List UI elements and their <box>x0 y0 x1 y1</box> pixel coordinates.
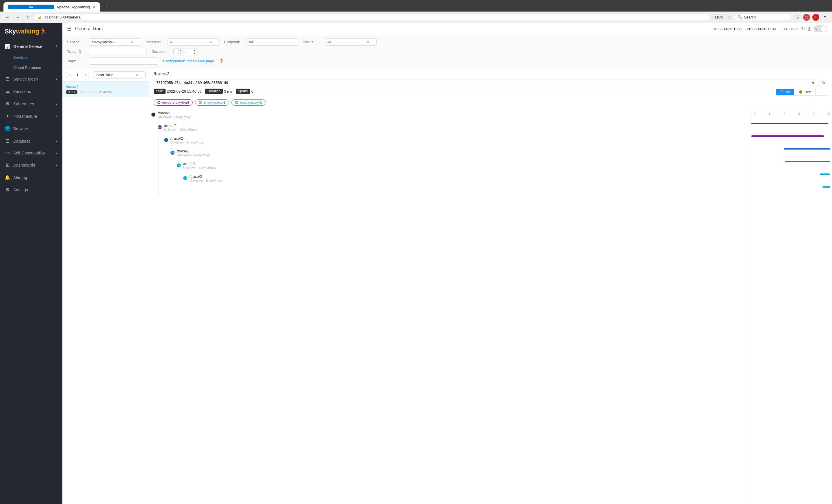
duration-max-arrows[interactable]: ▲ ▼ <box>192 49 197 55</box>
duration-min-value <box>174 51 178 53</box>
menu-icon[interactable]: ≡ <box>822 14 829 21</box>
span-row[interactable]: /trace/2 Unknown - EnvoyProxy <box>149 134 751 146</box>
sidebar-item-alerting[interactable]: 🔔 Alerting <box>0 171 62 184</box>
duration-max-input[interactable]: ▲ ▼ <box>187 48 197 55</box>
service-select[interactable]: envoy-proxy-2 ∨ <box>89 38 141 46</box>
sidebar-item-virtual-database[interactable]: Virtual Database <box>0 63 62 73</box>
sidebar-item-browser[interactable]: 🌐 Browser <box>0 122 62 135</box>
span-name: /trace/2 <box>177 149 749 153</box>
back-button[interactable]: ← <box>3 13 11 21</box>
profile-icon[interactable]: R <box>803 14 810 21</box>
trace-id-label: Trace ID: <box>67 49 84 54</box>
trace-item[interactable]: /trace/2 3 ms 2022-09-26 15:40:56 <box>62 82 149 97</box>
duration-max-up-button[interactable]: ▲ <box>192 49 197 52</box>
new-tab-button[interactable]: + <box>102 3 110 11</box>
chevron-icon-d: ∨ <box>55 139 58 143</box>
refresh-button[interactable]: ↻ <box>801 26 805 32</box>
functions-icon: ☁ <box>5 89 10 94</box>
sidebar-item-settings[interactable]: ⚙ Settings <box>0 184 62 196</box>
addon-icon[interactable]: ! <box>812 14 819 21</box>
span-row[interactable]: /trace/2 Unknown - EnvoyProxy <box>149 159 751 172</box>
span-row[interactable]: /trace/2 Unknown - EnvoyProxy <box>149 172 751 185</box>
span-text: /trace/2 Unknown - EnvoyProxy <box>187 174 749 182</box>
browser-tab[interactable]: Sw Apache SkyWalking ✕ <box>3 2 100 11</box>
endpoint-select[interactable]: All <box>246 38 298 46</box>
duration-min-input[interactable]: ▲ ▼ <box>173 48 183 55</box>
sidebar-label-alerting: Alerting <box>13 175 27 180</box>
sidebar-item-service-mesh[interactable]: ☰ Service Mesh ∨ <box>0 73 62 85</box>
sidebar-item-dashboards[interactable]: ⊞ Dashboards ∨ <box>0 159 62 171</box>
sort-select[interactable]: Start Time ∨ <box>94 71 146 79</box>
sidebar-item-infrastructure[interactable]: ✦ Infrastructure ∨ <box>0 110 62 122</box>
start-label: Start <box>154 89 165 94</box>
toggle-knob <box>821 26 827 32</box>
toggle-switch[interactable]: V <box>813 25 827 32</box>
dashboards-icon: ⊞ <box>5 162 10 168</box>
span-row[interactable]: /trace/2 Unknown - EnvoyProxy <box>149 108 751 121</box>
tags-input[interactable] <box>89 57 158 65</box>
chart-icon: 📊 <box>5 44 10 49</box>
filter-bar: Service: envoy-proxy-2 ∨ Instance: All ∨… <box>62 35 832 68</box>
sidebar-logo: Skywalking🏃 <box>0 23 62 40</box>
trace-id-input[interactable] <box>89 48 147 55</box>
duration-filter-label: Duration: <box>151 49 169 54</box>
service-dot-front <box>157 101 160 104</box>
reload-button[interactable]: ↻ <box>24 13 31 21</box>
shield-icon[interactable]: 🛡 <box>794 14 801 21</box>
service-dot-1 <box>199 101 202 104</box>
trace-name: /trace/2 <box>66 85 145 89</box>
list-view-button[interactable]: ☰ List <box>776 89 794 95</box>
duration-min-down-button[interactable]: ▼ <box>179 52 183 55</box>
ruler-mark-3: 3 <box>798 112 800 115</box>
duration-min-arrows[interactable]: ▲ ▼ <box>178 49 183 55</box>
stats-view-button[interactable]: ⋯ <box>815 89 827 95</box>
sidebar-label-browser: Browser <box>13 127 28 131</box>
address-bar[interactable]: 🔒 localhost:8080/general <box>34 13 710 21</box>
sidebar-item-self-observability[interactable]: Sw Self Observability ∨ <box>0 147 62 159</box>
favicon: Sw <box>8 5 54 9</box>
tab-close-button[interactable]: ✕ <box>92 5 95 9</box>
ruler-mark-2: 2 <box>783 112 785 115</box>
status-chevron-icon: ∨ <box>367 40 369 44</box>
tags-filter-label: Tags: <box>67 59 84 63</box>
config-vocab-link[interactable]: Configuration Vocabulary page <box>163 59 214 63</box>
duration-stat: Duration 3 ms <box>205 89 232 94</box>
span-service: Unknown - EnvoyProxy <box>171 141 749 144</box>
duration-max-value <box>187 51 192 53</box>
service-value: envoy-proxy-2 <box>92 40 115 44</box>
sidebar-item-database[interactable]: ☰ Database ∨ <box>0 135 62 147</box>
sort-chevron-icon: ∨ <box>135 73 138 77</box>
span-row[interactable]: /trace/2 Unknown - EnvoyProxy <box>149 146 751 159</box>
sidebar-item-kubernetes[interactable]: ⚙ Kubernetes ∨ <box>0 97 62 110</box>
duration-min-up-button[interactable]: ▲ <box>179 49 183 52</box>
copy-trace-id-button[interactable]: ⧉ <box>820 79 827 86</box>
forward-button[interactable]: → <box>14 13 22 21</box>
timeline-bar-row <box>751 130 832 142</box>
info-button[interactable]: ℹ <box>808 26 810 32</box>
status-select[interactable]: All ∨ <box>325 38 377 46</box>
sidebar-item-general-service[interactable]: 📊 General Service ∧ <box>0 40 62 53</box>
bookmark-icon[interactable]: ☆ <box>728 15 731 20</box>
sidebar-label-functions: Functions <box>13 89 31 94</box>
prev-page-button[interactable]: ‹ <box>66 72 72 78</box>
timeline-bars <box>751 117 832 193</box>
next-page-button[interactable]: › <box>83 72 89 78</box>
timezone: UTC+0:0 <box>783 27 798 31</box>
duration-max-down-button[interactable]: ▼ <box>192 52 197 55</box>
span-row[interactable]: /trace/2 Unknown - EnvoyProxy <box>149 121 751 134</box>
sidebar-item-services[interactable]: Services <box>0 53 62 63</box>
instance-select[interactable]: All ∨ <box>167 38 219 46</box>
tree-view-button[interactable]: 🌳 Tree <box>794 89 815 95</box>
chevron-icon: ∨ <box>55 77 58 81</box>
timeline-bar-row <box>751 142 832 155</box>
help-icon[interactable]: ❓ <box>219 59 224 63</box>
service-name-1: envoy-proxy-1 <box>203 101 225 105</box>
ruler-mark-0: 0 <box>754 112 755 115</box>
chevron-icon-i: ∨ <box>55 114 58 118</box>
search-bar[interactable]: 🔍 Search <box>734 13 791 21</box>
sidebar-item-functions[interactable]: ☁ Functions <box>0 85 62 97</box>
topbar-menu-icon[interactable]: ☰ <box>67 26 72 32</box>
alerting-icon: 🔔 <box>5 175 10 180</box>
split-area: ‹ 1 › Start Time ∨ /trace/2 3 ms <box>62 68 832 504</box>
timeline-bar-row <box>751 180 832 193</box>
